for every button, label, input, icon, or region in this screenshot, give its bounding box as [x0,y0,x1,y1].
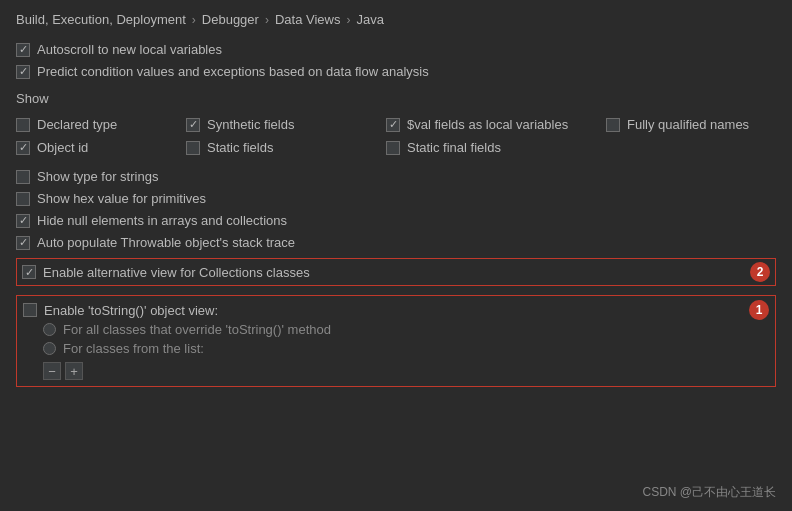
radio2[interactable] [43,342,56,355]
object-id-label: Object id [37,140,88,155]
predict-row: Predict condition values and exceptions … [16,63,776,80]
tostring-checkbox-row: Enable 'toString()' object view: [23,302,741,319]
breadcrumb-item-4: Java [356,12,383,27]
show-label: Show [16,91,776,106]
synthetic-fields-label: Synthetic fields [207,117,294,132]
static-fields-checkbox[interactable] [186,141,200,155]
autoscroll-checkbox[interactable] [16,43,30,57]
autoscroll-row: Autoscroll to new local variables [16,41,776,58]
val-fields-checkbox[interactable] [386,118,400,132]
show-type-strings-row: Show type for strings [16,168,776,185]
hide-null-label: Hide null elements in arrays and collect… [37,213,287,228]
synthetic-fields-checkbox[interactable] [186,118,200,132]
tostring-checkbox[interactable] [23,303,37,317]
breadcrumb-item-1: Build, Execution, Deployment [16,12,186,27]
enable-alt-container: Enable alternative view for Collections … [16,258,776,286]
enable-alt-row: Enable alternative view for Collections … [22,262,770,282]
breadcrumb-sep-1: › [192,13,196,27]
breadcrumb-item-2: Debugger [202,12,259,27]
static-final-fields-row: Static final fields [386,138,606,157]
enable-alt-checkbox[interactable] [22,265,36,279]
radio1-row: For all classes that override 'toString(… [23,320,769,339]
auto-populate-checkbox[interactable] [16,236,30,250]
show-hex-row: Show hex value for primitives [16,190,776,207]
synthetic-fields-row: Synthetic fields [186,115,386,134]
radio1[interactable] [43,323,56,336]
show-grid: Declared type Synthetic fields $val fiel… [16,115,776,157]
bottom-bar: − + [23,362,769,380]
tostring-enable-row: Enable 'toString()' object view: 1 [23,300,769,320]
enable-alt-badge: 2 [750,262,770,282]
tostring-section: Enable 'toString()' object view: 1 For a… [16,295,776,387]
settings-list: Autoscroll to new local variables Predic… [16,41,776,389]
declared-type-checkbox[interactable] [16,118,30,132]
fully-qualified-label: Fully qualified names [627,117,749,132]
fully-qualified-row: Fully qualified names [606,115,792,134]
show-hex-checkbox[interactable] [16,192,30,206]
tostring-enable-label: Enable 'toString()' object view: [44,303,218,318]
val-fields-label: $val fields as local variables [407,117,568,132]
hide-null-checkbox[interactable] [16,214,30,228]
show-hex-label: Show hex value for primitives [37,191,206,206]
radio1-label: For all classes that override 'toString(… [63,322,331,337]
watermark: CSDN @己不由心王道长 [642,484,776,501]
auto-populate-label: Auto populate Throwable object's stack t… [37,235,295,250]
radio2-label: For classes from the list: [63,341,204,356]
declared-type-row: Declared type [16,115,186,134]
breadcrumb: Build, Execution, Deployment › Debugger … [16,12,776,27]
plus-button[interactable]: + [65,362,83,380]
static-fields-row: Static fields [186,138,386,157]
static-final-fields-checkbox[interactable] [386,141,400,155]
show-type-strings-checkbox[interactable] [16,170,30,184]
breadcrumb-sep-3: › [346,13,350,27]
object-id-checkbox[interactable] [16,141,30,155]
static-final-fields-label: Static final fields [407,140,501,155]
auto-populate-row: Auto populate Throwable object's stack t… [16,234,776,251]
radio2-row: For classes from the list: [23,339,769,358]
static-fields-label: Static fields [207,140,273,155]
object-id-row: Object id [16,138,186,157]
settings-panel: Build, Execution, Deployment › Debugger … [0,0,792,511]
minus-button[interactable]: − [43,362,61,380]
val-fields-row: $val fields as local variables [386,115,606,134]
breadcrumb-sep-2: › [265,13,269,27]
predict-checkbox[interactable] [16,65,30,79]
hide-null-row: Hide null elements in arrays and collect… [16,212,776,229]
predict-label: Predict condition values and exceptions … [37,64,429,79]
enable-alt-label: Enable alternative view for Collections … [43,265,310,280]
autoscroll-label: Autoscroll to new local variables [37,42,222,57]
fully-qualified-checkbox[interactable] [606,118,620,132]
declared-type-label: Declared type [37,117,117,132]
tostring-badge: 1 [749,300,769,320]
enable-alt-checkbox-row: Enable alternative view for Collections … [22,264,742,281]
show-type-strings-label: Show type for strings [37,169,158,184]
breadcrumb-item-3: Data Views [275,12,341,27]
